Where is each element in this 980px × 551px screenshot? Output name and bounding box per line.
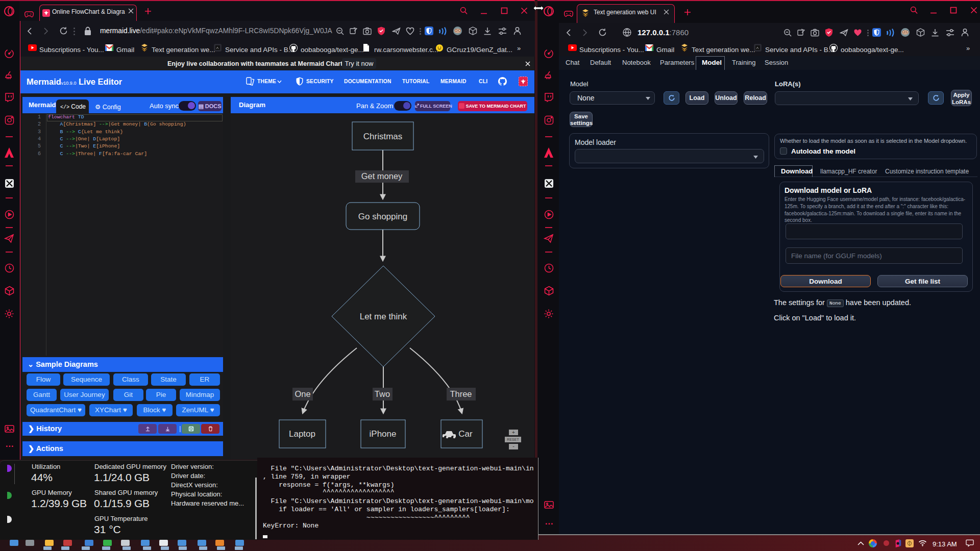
svg-text:RESET: RESET [507,438,519,441]
svg-text:+: + [512,430,515,435]
svg-text:Laptop: Laptop [289,429,315,439]
svg-text:One: One [295,389,310,398]
svg-text:Two: Two [375,389,390,398]
svg-text:Christmas: Christmas [363,132,403,141]
svg-text:Car: Car [458,429,473,439]
svg-text:Three: Three [450,389,472,398]
svg-text:Get money: Get money [361,171,403,181]
svg-text:Go shopping: Go shopping [358,212,407,221]
svg-text:Let me think: Let me think [360,312,407,321]
svg-text:iPhone: iPhone [370,429,397,439]
svg-text:-: - [512,443,514,449]
